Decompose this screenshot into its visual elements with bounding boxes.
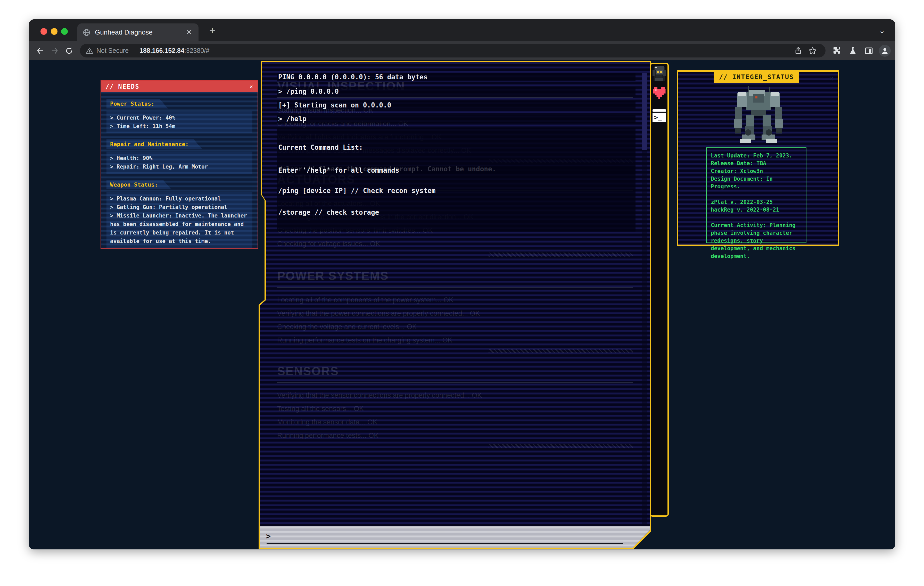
section-power-systems: POWER SYSTEMS Locating all of the compon…	[277, 269, 638, 353]
command-input-bar: >	[260, 526, 650, 548]
share-icon[interactable]	[791, 44, 805, 58]
integer-status-panel: // INTEGER_STATUS ✕	[677, 70, 839, 246]
flask-extension-icon[interactable]	[846, 44, 860, 58]
section-title: SENSORS	[277, 364, 638, 378]
tab-title: Gunhead Diagnose	[95, 28, 185, 36]
section-sensors: SENSORS Verifying that the sensor connec…	[277, 364, 638, 448]
needs-item: > Health: 90%	[110, 154, 249, 163]
section-title: POWER SYSTEMS	[277, 269, 638, 283]
back-button[interactable]	[33, 44, 48, 58]
needs-item: > Time Left: 11h 54m	[110, 122, 249, 131]
needs-body: Power Status: > Current Power: 40% > Tim…	[101, 92, 257, 249]
integer-status-close-icon[interactable]: ✕	[829, 74, 833, 83]
needs-section-items: > Plasma Cannon: Fully operational > Gat…	[106, 192, 252, 248]
command-prompt-symbol: >	[266, 532, 271, 541]
tab-gunhead-diagnose[interactable]: Gunhead Diagnose ✕	[78, 23, 198, 41]
url-bar[interactable]: Not Secure 188.166.152.84 :32380/#	[80, 44, 825, 58]
terminal-output-line: PING 0.0.0.0 (0.0.0.0): 56 data bytes	[277, 73, 635, 81]
heart-icon[interactable]	[652, 86, 667, 100]
browser-toolbar: Not Secure 188.166.152.84 :32380/#	[29, 41, 895, 60]
diag-item: Checking the voltage and current levels.…	[277, 320, 638, 333]
needs-section-heading: Repair and Maintenance:	[106, 140, 202, 149]
terminal-toggle-icon[interactable]: >_	[652, 109, 667, 123]
diag-item: Verifying that the sensor connections ar…	[277, 388, 638, 402]
terminal-output-line: [+] Starting scan on 0.0.0.0	[277, 101, 635, 109]
needs-item: > Gatling Gun: Partially operational	[110, 203, 249, 212]
console-scrollbar-thumb[interactable]	[642, 73, 647, 150]
needs-section-heading: Power Status:	[106, 99, 168, 109]
hatch-decoration	[488, 349, 633, 353]
needs-item: > Repair: Right Leg, Arm Motor	[110, 163, 249, 171]
window-minimize-button[interactable]	[51, 28, 58, 35]
tab-search-chevron-icon[interactable]: ⌄	[879, 26, 885, 35]
svg-text:>_: >_	[654, 114, 662, 121]
tab-close-icon[interactable]: ✕	[185, 28, 193, 36]
window-close-button[interactable]	[40, 28, 47, 35]
console-scrollbar[interactable]	[642, 73, 647, 524]
status-versions: zPlat v. 2022-03-25 hackReg v. 2022-08-2…	[711, 198, 802, 214]
icon-sidebar: >_	[650, 63, 669, 517]
not-secure-label: Not Secure	[96, 47, 129, 54]
needs-item: > Missile Launcher: Inactive. The launch…	[110, 212, 249, 245]
url-separator	[134, 47, 134, 54]
command-list-line: /storage // check storage	[278, 209, 634, 216]
command-list-line: Current Command List:	[278, 144, 634, 151]
diag-item: Checking for voltage issues... OK	[277, 237, 638, 250]
needs-section-heading: Weapon Status:	[106, 180, 171, 189]
side-panel-icon[interactable]	[861, 44, 876, 58]
status-info-box: Last Update: Feb 7, 2023. Release Date: …	[706, 147, 807, 243]
diag-item: Verifying that the power connections are…	[277, 307, 638, 320]
diag-item: Running performance tests... OK	[277, 429, 638, 442]
needs-section-items: > Health: 90% > Repair: Right Leg, Arm M…	[106, 151, 252, 174]
needs-section-items: > Current Power: 40% > Time Left: 11h 54…	[106, 111, 252, 133]
needs-close-icon[interactable]: ✕	[249, 83, 253, 90]
mech-avatar-thumbnail[interactable]	[652, 66, 667, 82]
window-zoom-button[interactable]	[61, 28, 68, 35]
command-list-line: /ping [device IP] // Check recon system	[278, 187, 634, 194]
bookmark-star-icon[interactable]	[805, 44, 820, 58]
status-meta: Last Update: Feb 7, 2023. Release Date: …	[711, 152, 802, 191]
new-tab-button[interactable]: +	[210, 26, 215, 36]
browser-window: Gunhead Diagnose ✕ + ⌄ Not Secure 188.16…	[29, 19, 895, 550]
integer-status-title-tab[interactable]: // INTEGER_STATUS	[714, 70, 799, 83]
diag-item: Locating all of the components of the po…	[277, 293, 638, 307]
terminal-command-list: Current Command List: /clear // Clears t…	[277, 128, 635, 231]
needs-panel: // NEEDS ✕ Power Status: > Current Power…	[101, 80, 258, 249]
command-input[interactable]	[267, 543, 623, 544]
diagnostics-console-panel: VISUAL INSPECTION Starting Visual Inspec…	[259, 61, 651, 549]
status-activity: Current Activity: Planning phase involvi…	[711, 221, 802, 260]
page-viewport: VISUAL INSPECTION Starting Visual Inspec…	[29, 60, 895, 550]
terminal-command-line: > /help	[277, 115, 635, 123]
mech-image	[678, 85, 838, 146]
needs-item: > Plasma Cannon: Fully operational	[110, 194, 249, 203]
diag-item: Running performance tests on the chargin…	[277, 333, 638, 347]
diag-item: Monitoring the sensor data... OK	[277, 415, 638, 429]
needs-item: > Current Power: 40%	[110, 114, 249, 122]
url-host-text: 188.166.152.84	[139, 47, 184, 54]
url-path-text: :32380/#	[184, 47, 210, 54]
reload-button[interactable]	[62, 44, 76, 58]
extensions-puzzle-icon[interactable]	[830, 44, 844, 58]
profile-avatar[interactable]	[878, 44, 892, 58]
needs-titlebar[interactable]: // NEEDS ✕	[101, 81, 257, 92]
diag-item: Testing all the sensors... OK	[277, 402, 638, 415]
hatch-decoration	[488, 444, 633, 448]
forward-button[interactable]	[48, 44, 62, 58]
browser-menu-dots-icon[interactable]	[894, 44, 895, 58]
not-secure-warning-icon	[86, 47, 93, 54]
tab-strip: Gunhead Diagnose ✕ + ⌄	[29, 19, 895, 41]
terminal-hint-line: Enter '/help' for all commands	[277, 166, 635, 174]
hatch-decoration	[488, 253, 633, 257]
globe-favicon-icon	[82, 28, 91, 36]
needs-title: // NEEDS	[106, 83, 139, 90]
terminal-command-line: > /ping 0.0.0.0	[277, 87, 635, 95]
